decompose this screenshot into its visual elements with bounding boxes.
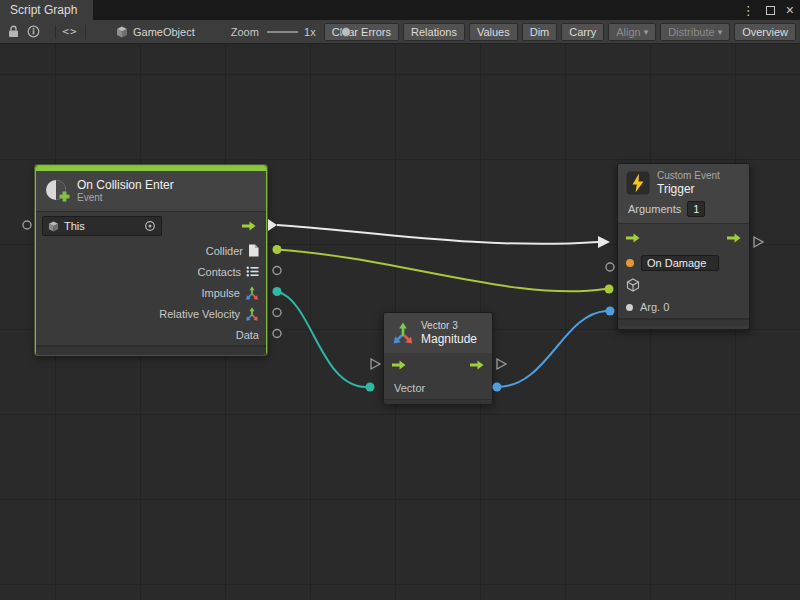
- node-title: Magnitude: [421, 332, 477, 346]
- collider-out-port[interactable]: [273, 245, 282, 254]
- trigger-flow-out-port[interactable]: [754, 237, 763, 247]
- pane-menu-icon[interactable]: ⋮: [742, 4, 755, 17]
- magnitude-out-port[interactable]: [493, 383, 502, 392]
- node-footer: [36, 346, 266, 355]
- overview-button[interactable]: Overview: [734, 23, 796, 41]
- flow-out-port[interactable]: [470, 360, 484, 370]
- close-icon[interactable]: ×: [786, 3, 794, 17]
- zoom-slider-knob[interactable]: [341, 27, 351, 37]
- node-group: Vector 3: [421, 320, 477, 332]
- vector-in-port[interactable]: [366, 383, 375, 392]
- zoom-slider[interactable]: [267, 25, 298, 39]
- target-gameobject-row[interactable]: [618, 274, 749, 296]
- gameobject-breadcrumb[interactable]: GameObject: [116, 26, 195, 38]
- this-object-picker[interactable]: This: [42, 216, 162, 236]
- vector-input-row[interactable]: Vector: [384, 377, 492, 399]
- wire-flow: [277, 225, 598, 244]
- collider-doc-icon: [248, 244, 259, 257]
- graph-toolbar: <> GameObject Zoom 1x Clear Errors Relat…: [0, 20, 800, 44]
- port-row-impulse[interactable]: Impulse: [36, 282, 266, 303]
- arguments-row: Arguments 1: [626, 196, 741, 221]
- dim-button[interactable]: Dim: [522, 23, 558, 41]
- port-row-collider[interactable]: Collider: [36, 240, 266, 261]
- gameobject-cube-icon: [626, 278, 640, 292]
- tab-script-graph[interactable]: Script Graph: [0, 0, 93, 20]
- impulse-out-port[interactable]: [273, 287, 282, 296]
- node-subtitle: Event: [77, 192, 174, 204]
- zoom-value: 1x: [304, 26, 316, 38]
- port-row-contacts[interactable]: Contacts: [36, 261, 266, 282]
- vector3-icon: [245, 286, 259, 300]
- tab-label: Script Graph: [10, 3, 77, 17]
- chevron-down-icon: ▾: [644, 27, 649, 37]
- relative-velocity-out-port[interactable]: [273, 309, 281, 317]
- zoom-slider-track: [267, 31, 298, 33]
- tab-bar: Script Graph ⋮ ×: [0, 0, 800, 20]
- node-trigger-custom-event[interactable]: Custom Event Trigger Arguments 1 On Dama…: [617, 163, 750, 330]
- arguments-label: Arguments: [628, 203, 681, 215]
- port-row-data[interactable]: Data: [36, 324, 266, 345]
- values-button[interactable]: Values: [469, 23, 518, 41]
- arguments-count-field[interactable]: 1: [687, 201, 705, 217]
- flow-in-port[interactable]: [626, 233, 640, 243]
- flow-in-port[interactable]: [392, 360, 406, 370]
- port-row-relative-velocity[interactable]: Relative Velocity: [36, 303, 266, 324]
- clear-errors-button[interactable]: Clear Errors: [324, 23, 399, 41]
- relations-button[interactable]: Relations: [403, 23, 465, 41]
- node-footer: [384, 399, 492, 404]
- custom-event-bolt-icon: [626, 171, 650, 195]
- this-value: This: [64, 220, 139, 232]
- trigger-target-in-port[interactable]: [605, 285, 614, 294]
- node-group: Custom Event: [657, 170, 720, 182]
- string-port-icon[interactable]: [626, 259, 634, 267]
- wire-impulse: [277, 292, 366, 388]
- target-row: This: [36, 212, 266, 240]
- flow-out-port[interactable]: [242, 221, 256, 231]
- node-title: On Collision Enter: [77, 178, 174, 192]
- flow-wire-source-arrow[interactable]: [268, 219, 277, 231]
- cube-icon: [48, 221, 59, 232]
- event-name-in-port[interactable]: [606, 263, 614, 271]
- vector3-icon: [392, 322, 414, 344]
- flow-wire-dest-arrow[interactable]: [598, 236, 610, 248]
- event-name-field[interactable]: On Damage: [641, 255, 719, 271]
- unity-script-graph-window: Script Graph ⋮ × <> GameObject Zoom 1x C…: [0, 0, 800, 600]
- target-picker-icon[interactable]: [144, 220, 156, 232]
- zoom-label: Zoom: [231, 26, 259, 38]
- magnitude-flow-out-port[interactable]: [497, 359, 506, 369]
- distribute-button[interactable]: Distribute▾: [660, 23, 730, 41]
- this-in-port[interactable]: [23, 221, 31, 229]
- node-on-collision-enter[interactable]: On Collision Enter Event This Collider: [35, 165, 267, 355]
- carry-button[interactable]: Carry: [561, 23, 604, 41]
- chevron-down-icon: ▾: [718, 27, 723, 37]
- collision-event-icon: [44, 178, 70, 204]
- window-controls: ⋮ ×: [742, 0, 794, 20]
- flow-ports-row: [384, 353, 492, 377]
- align-button[interactable]: Align▾: [608, 23, 656, 41]
- node-header[interactable]: Custom Event Trigger Arguments 1: [618, 164, 749, 223]
- arg0-row[interactable]: Arg. 0: [618, 296, 749, 318]
- contacts-out-port[interactable]: [273, 267, 281, 275]
- vector3-icon: [245, 307, 259, 321]
- data-out-port[interactable]: [273, 330, 281, 338]
- lock-icon[interactable]: [8, 25, 19, 38]
- magnitude-flow-in-port[interactable]: [371, 359, 380, 369]
- maximize-icon[interactable]: [766, 6, 775, 15]
- arg0-in-port[interactable]: [606, 307, 615, 316]
- code-view-icon[interactable]: <>: [62, 25, 77, 38]
- graph-canvas[interactable]: On Collision Enter Event This Collider: [0, 44, 800, 600]
- node-header[interactable]: On Collision Enter Event: [36, 171, 266, 211]
- node-vector3-magnitude[interactable]: Vector 3 Magnitude Vector: [383, 312, 493, 403]
- flow-ports-row: [618, 224, 749, 252]
- wire-collider: [277, 250, 605, 292]
- event-name-row: On Damage: [618, 252, 749, 274]
- cube-icon: [116, 26, 128, 38]
- flow-out-port[interactable]: [727, 233, 741, 243]
- node-footer: [618, 319, 749, 326]
- wire-magnitude-result: [497, 311, 606, 387]
- node-header[interactable]: Vector 3 Magnitude: [384, 313, 492, 353]
- arg0-port-icon[interactable]: [626, 304, 633, 311]
- gameobject-label: GameObject: [133, 26, 195, 38]
- info-icon[interactable]: [27, 25, 40, 38]
- contacts-list-icon: [246, 266, 259, 277]
